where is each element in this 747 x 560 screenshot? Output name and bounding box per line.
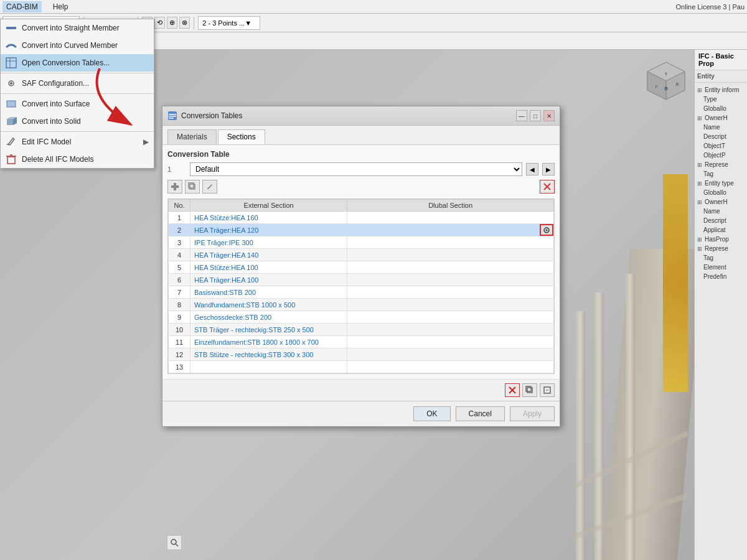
row-dlubal-11[interactable]	[347, 348, 554, 361]
menu-cadbim[interactable]: CAD-BIM	[2, 1, 42, 12]
tree-name: Name	[697, 123, 745, 132]
tb-icon-d[interactable]: ⊗	[179, 17, 190, 29]
row-dlubal-1[interactable]: Import Section from Library...	[347, 224, 554, 236]
conv-table-dropdown[interactable]: Default	[190, 162, 522, 176]
tb-icon-b[interactable]: ⟲	[154, 17, 165, 29]
tab-materials[interactable]: Materials	[167, 129, 217, 144]
tree-entity-inform: ⊞ Entity inform	[697, 85, 745, 95]
row-external-0[interactable]: HEA Stütze:HEA 160	[190, 212, 347, 224]
table-row: 10STB Träger - rechteckig:STB 250 x 500	[169, 324, 554, 336]
conv-prev-btn[interactable]: ◀	[526, 163, 538, 175]
tree-descript2: Descript	[697, 216, 745, 225]
points-selector[interactable]: 2 - 3 Points ... ▼	[198, 16, 260, 30]
tree-ownerh-group: ⊞ OwnerH	[697, 113, 745, 123]
row-no-1: 2	[169, 224, 190, 236]
tb-icon-c[interactable]: ⊕	[167, 17, 177, 29]
row-dlubal-9[interactable]	[347, 324, 554, 336]
3d-cube-widget[interactable]: T R F n	[641, 56, 691, 106]
tree-name2: Name	[697, 207, 745, 216]
conv-edit-btn[interactable]	[202, 180, 217, 194]
search-btn[interactable]	[167, 535, 182, 550]
row-external-6[interactable]: Basiswand:STB 200	[190, 286, 347, 299]
row-external-8[interactable]: Geschossdecke:STB 200	[190, 311, 347, 324]
row-external-4[interactable]: HEA Stütze:HEA 100	[190, 261, 347, 274]
bottom-icon-copy2[interactable]	[540, 383, 555, 397]
menu-item-saf-config[interactable]: SAF Configuration...	[1, 75, 154, 92]
svg-line-42	[176, 544, 178, 546]
dialog-icon	[167, 111, 177, 121]
cancel-button[interactable]: Cancel	[456, 406, 505, 421]
row-dlubal-7[interactable]	[347, 299, 554, 311]
tree-objectp: ObjectP	[697, 151, 745, 160]
row-dlubal-3[interactable]	[347, 249, 554, 261]
bottom-icon-red-x[interactable]	[505, 383, 520, 397]
table-row: 13	[169, 361, 554, 373]
conv-add-btn[interactable]	[167, 180, 182, 194]
row-external-3[interactable]: HEA Träger:HEA 140	[190, 249, 347, 261]
apply-button[interactable]: Apply	[510, 406, 555, 421]
table-row: 1HEA Stütze:HEA 160	[169, 212, 554, 224]
tree-element: Element	[697, 263, 745, 272]
row-no-4: 5	[169, 261, 190, 274]
conv-table-number: 1	[167, 166, 186, 173]
row-external-7[interactable]: Wandfundament:STB 1000 x 500	[190, 299, 347, 311]
table-icon	[6, 57, 17, 68]
row-external-10[interactable]: Einzelfundament:STB 1800 x 1800 x 700	[190, 336, 347, 348]
entity-label: Entity	[695, 70, 747, 83]
row-dlubal-12[interactable]	[347, 361, 554, 373]
license-text: Online License 3 | Pau	[676, 3, 745, 11]
sections-table-container: No. External Section Dlubal Section 1HEA…	[167, 198, 555, 374]
bottom-icon-copy1[interactable]	[522, 383, 537, 397]
row-dlubal-6[interactable]	[347, 286, 554, 299]
row-dlubal-8[interactable]	[347, 311, 554, 324]
row-external-11[interactable]: STB Stütze - rechteckig:STB 300 x 300	[190, 348, 347, 361]
dialog-minimize-btn[interactable]: —	[516, 110, 527, 121]
tree-entity-type: ⊞ Entity type	[697, 179, 745, 188]
row-dlubal-0[interactable]	[347, 212, 554, 224]
menu-item-curved-member[interactable]: Convert into Curved Member	[1, 37, 154, 54]
gear-icon	[6, 78, 17, 89]
row-no-9: 10	[169, 324, 190, 336]
row-dlubal-4[interactable]	[347, 261, 554, 274]
dialog-titlebar: Conversion Tables — □ ✕	[162, 106, 560, 126]
tree-descript: Descript	[697, 132, 745, 141]
ok-button[interactable]: OK	[413, 406, 450, 421]
menu-item-delete-label: Delete All IFC Models	[22, 155, 93, 164]
row-external-5[interactable]: HEA Träger:HEA 100	[190, 274, 347, 286]
dialog-actions: OK Cancel Apply	[162, 401, 560, 426]
menu-item-solid[interactable]: Convert into Solid	[1, 113, 154, 130]
conv-delete-btn[interactable]	[540, 180, 555, 194]
conv-copy-btn[interactable]	[185, 180, 200, 194]
dialog-tabs: Materials Sections	[162, 126, 560, 144]
row-no-5: 6	[169, 274, 190, 286]
row-external-9[interactable]: STB Träger - rechteckig:STB 250 x 500	[190, 324, 347, 336]
row-dlubal-5[interactable]	[347, 274, 554, 286]
row-dlubal-2[interactable]	[347, 236, 554, 249]
dialog-maximize-btn[interactable]: □	[530, 110, 541, 121]
right-panel: IFC - Basic Prop Entity ⊞ Entity inform …	[694, 50, 747, 560]
import-section-btn[interactable]	[540, 224, 553, 236]
menu-item-surface[interactable]: Convert into Surface	[1, 95, 154, 113]
row-external-1[interactable]: HEA Träger:HEA 120	[190, 224, 347, 236]
conversion-table-selector-row: 1 Default ◀ ▶	[167, 162, 555, 176]
tab-sections[interactable]: Sections	[218, 129, 265, 144]
tree-applicat: Applicat	[697, 225, 745, 235]
row-no-12: 13	[169, 361, 190, 373]
beam-curved-icon	[6, 40, 17, 51]
dialog-close-btn[interactable]: ✕	[543, 110, 555, 121]
menu-item-straight-member[interactable]: Convert into Straight Member	[1, 19, 154, 37]
row-dlubal-10[interactable]	[347, 336, 554, 348]
row-no-3: 4	[169, 249, 190, 261]
dlubal-input-1[interactable]	[351, 226, 550, 234]
menu-help[interactable]: Help	[49, 1, 72, 12]
menu-item-delete-ifc[interactable]: Delete All IFC Models	[1, 151, 154, 168]
row-external-2[interactable]: IPE Träger:IPE 300	[190, 236, 347, 249]
table-row: 6HEA Träger:HEA 100	[169, 274, 554, 286]
menu-item-open-tables[interactable]: Open Conversion Tables...	[1, 54, 154, 72]
menu-item-edit-ifc[interactable]: Edit IFC Model ▶	[1, 133, 154, 151]
row-no-2: 3	[169, 236, 190, 249]
conv-next-btn[interactable]: ▶	[542, 163, 555, 175]
menu-bar: CAD-BIM Help Online License 3 | Pau	[0, 0, 747, 14]
dialog-bottom-icons	[162, 379, 560, 401]
row-external-12[interactable]	[190, 361, 347, 373]
